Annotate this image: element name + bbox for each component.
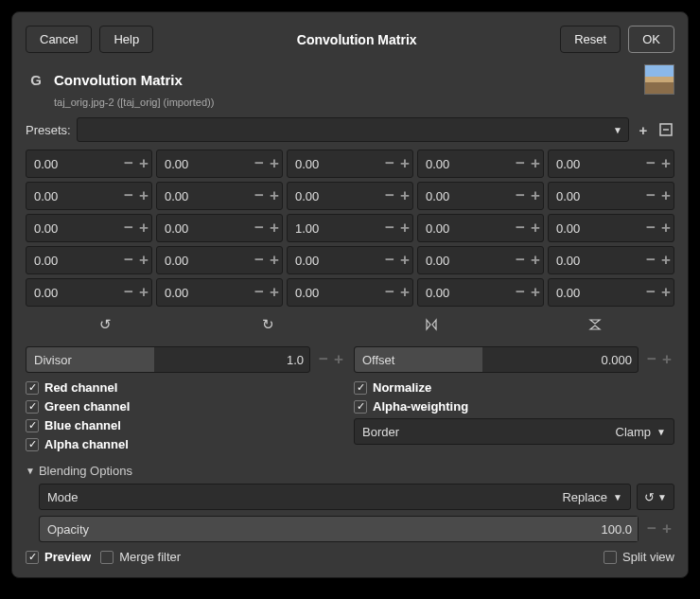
rotate-right-icon[interactable]: ↻	[189, 312, 349, 337]
increment-icon[interactable]: +	[136, 183, 151, 209]
matrix-cell-0-3[interactable]: 0.00−+	[417, 150, 544, 178]
increment-icon[interactable]: +	[397, 150, 412, 177]
mode-switch-button[interactable]: ↺▼	[637, 484, 674, 510]
decrement-icon[interactable]: −	[513, 215, 528, 241]
decrement-icon[interactable]: −	[382, 150, 397, 177]
decrement-icon[interactable]: −	[513, 247, 528, 273]
blending-options-header[interactable]: ▼Blending Options	[26, 464, 674, 478]
opacity-decrement[interactable]: −	[644, 520, 659, 538]
matrix-cell-1-4[interactable]: 0.00−+	[548, 182, 674, 210]
matrix-cell-1-2[interactable]: 0.00−+	[287, 182, 413, 210]
matrix-cell-4-1[interactable]: 0.00−+	[156, 278, 283, 307]
increment-icon[interactable]: +	[658, 279, 674, 306]
decrement-icon[interactable]: −	[643, 247, 658, 273]
matrix-cell-3-0[interactable]: 0.00−+	[26, 246, 152, 274]
increment-icon[interactable]: +	[658, 150, 674, 177]
divisor-input[interactable]: Divisor 1.0	[26, 346, 310, 373]
decrement-icon[interactable]: −	[643, 279, 658, 306]
ok-button[interactable]: OK	[628, 26, 674, 53]
green-channel-checkbox[interactable]: Green channel	[26, 399, 346, 414]
increment-icon[interactable]: +	[136, 150, 151, 177]
flip-vertical-icon[interactable]	[516, 312, 675, 337]
increment-icon[interactable]: +	[397, 215, 412, 241]
divisor-decrement[interactable]: −	[316, 350, 331, 369]
decrement-icon[interactable]: −	[252, 247, 267, 273]
matrix-cell-3-4[interactable]: 0.00−+	[548, 246, 674, 274]
matrix-cell-3-3[interactable]: 0.00−+	[417, 246, 544, 274]
matrix-cell-3-2[interactable]: 0.00−+	[287, 246, 413, 274]
matrix-cell-2-2[interactable]: 1.00−+	[287, 214, 413, 242]
increment-icon[interactable]: +	[136, 279, 151, 306]
opacity-increment[interactable]: +	[659, 520, 674, 538]
decrement-icon[interactable]: −	[382, 183, 397, 209]
opacity-input[interactable]: Opacity 100.0	[39, 516, 639, 542]
increment-icon[interactable]: +	[267, 150, 282, 177]
decrement-icon[interactable]: −	[252, 183, 267, 209]
increment-icon[interactable]: +	[528, 279, 543, 306]
offset-input[interactable]: Offset 0.000	[354, 346, 639, 373]
matrix-cell-0-2[interactable]: 0.00−+	[287, 150, 413, 178]
matrix-cell-1-3[interactable]: 0.00−+	[417, 182, 544, 210]
increment-icon[interactable]: +	[397, 183, 412, 209]
increment-icon[interactable]: +	[658, 247, 674, 273]
increment-icon[interactable]: +	[528, 247, 543, 273]
decrement-icon[interactable]: −	[643, 150, 658, 177]
decrement-icon[interactable]: −	[121, 279, 136, 306]
help-button[interactable]: Help	[99, 26, 153, 53]
matrix-cell-0-4[interactable]: 0.00−+	[548, 150, 674, 178]
increment-icon[interactable]: +	[136, 247, 151, 273]
decrement-icon[interactable]: −	[513, 150, 528, 177]
rotate-left-icon[interactable]: ↺	[26, 312, 185, 337]
blue-channel-checkbox[interactable]: Blue channel	[26, 418, 346, 432]
increment-icon[interactable]: +	[397, 279, 412, 306]
matrix-cell-4-4[interactable]: 0.00−+	[548, 278, 674, 307]
increment-icon[interactable]: +	[136, 215, 151, 241]
matrix-cell-0-0[interactable]: 0.00−+	[26, 150, 152, 178]
alpha-channel-checkbox[interactable]: Alpha channel	[26, 437, 346, 451]
matrix-cell-2-0[interactable]: 0.00−+	[26, 214, 152, 242]
matrix-cell-4-2[interactable]: 0.00−+	[287, 278, 413, 307]
merge-filter-checkbox[interactable]: Merge filter	[100, 550, 181, 564]
increment-icon[interactable]: +	[267, 279, 282, 306]
decrement-icon[interactable]: −	[252, 150, 267, 177]
red-channel-checkbox[interactable]: Red channel	[26, 380, 346, 395]
decrement-icon[interactable]: −	[252, 215, 267, 241]
matrix-cell-2-4[interactable]: 0.00−+	[548, 214, 674, 242]
alpha-weighting-checkbox[interactable]: Alpha-weighting	[354, 399, 674, 414]
matrix-cell-1-1[interactable]: 0.00−+	[156, 182, 283, 210]
offset-decrement[interactable]: −	[644, 350, 659, 369]
increment-icon[interactable]: +	[267, 215, 282, 241]
matrix-cell-2-3[interactable]: 0.00−+	[417, 214, 544, 242]
flip-horizontal-icon[interactable]	[352, 312, 512, 337]
matrix-cell-3-1[interactable]: 0.00−+	[156, 246, 283, 274]
decrement-icon[interactable]: −	[513, 279, 528, 306]
matrix-cell-1-0[interactable]: 0.00−+	[26, 182, 152, 210]
offset-increment[interactable]: +	[659, 350, 674, 369]
cancel-button[interactable]: Cancel	[26, 26, 92, 53]
image-thumbnail[interactable]	[644, 64, 674, 95]
decrement-icon[interactable]: −	[121, 183, 136, 209]
preview-checkbox[interactable]: Preview	[26, 550, 91, 564]
increment-icon[interactable]: +	[658, 183, 674, 209]
presets-dropdown[interactable]: ▼	[77, 117, 629, 142]
decrement-icon[interactable]: −	[121, 215, 136, 241]
split-view-checkbox[interactable]: Split view	[604, 550, 674, 564]
manage-preset-icon[interactable]	[657, 121, 674, 138]
border-dropdown[interactable]: Border Clamp▼	[354, 418, 674, 445]
decrement-icon[interactable]: −	[121, 247, 136, 273]
increment-icon[interactable]: +	[658, 215, 674, 241]
decrement-icon[interactable]: −	[382, 247, 397, 273]
increment-icon[interactable]: +	[528, 150, 543, 177]
increment-icon[interactable]: +	[528, 215, 543, 241]
increment-icon[interactable]: +	[528, 183, 543, 209]
mode-dropdown[interactable]: Mode Replace▼	[39, 484, 631, 510]
add-preset-icon[interactable]: +	[635, 121, 652, 138]
normalize-checkbox[interactable]: Normalize	[354, 380, 674, 395]
divisor-increment[interactable]: +	[331, 350, 346, 369]
decrement-icon[interactable]: −	[643, 183, 658, 209]
matrix-cell-0-1[interactable]: 0.00−+	[156, 150, 283, 178]
matrix-cell-2-1[interactable]: 0.00−+	[156, 214, 283, 242]
increment-icon[interactable]: +	[397, 247, 412, 273]
decrement-icon[interactable]: −	[382, 215, 397, 241]
decrement-icon[interactable]: −	[643, 215, 658, 241]
